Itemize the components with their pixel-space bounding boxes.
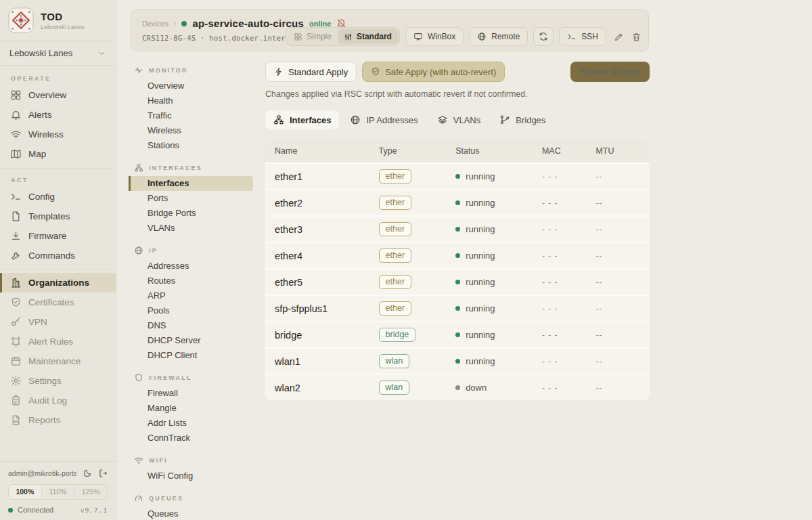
subnav-item-health[interactable]: Health — [129, 93, 253, 108]
terminal-icon — [567, 32, 577, 41]
subnav-item-queues[interactable]: Queues — [129, 506, 253, 520]
subnav-item-overview[interactable]: Overview — [129, 79, 253, 93]
tab-ip-addresses[interactable]: IP Addresses — [342, 110, 426, 129]
subnav-item-mangle[interactable]: Mangle — [129, 401, 253, 416]
subnav-item-arp[interactable]: ARP — [129, 288, 253, 303]
subnav-item-interfaces[interactable]: Interfaces — [129, 176, 253, 191]
theme-moon-icon[interactable] — [83, 469, 92, 478]
sidebar-item-wireless[interactable]: Wireless — [0, 125, 116, 144]
app-sidebar: TOD Lebowski Lanes Lebowski Lanes OPERAT… — [0, 0, 116, 520]
globe-icon — [134, 246, 143, 255]
tab-bridges[interactable]: Bridges — [491, 110, 554, 129]
standard-apply-button[interactable]: Standard Apply — [265, 62, 357, 82]
review-apply-button[interactable]: Review & Apply — [570, 62, 650, 82]
subnav-item-routes[interactable]: Routes — [129, 274, 253, 288]
org-selector[interactable]: Lebowski Lanes — [0, 41, 116, 66]
subnav-item-dhcp-client[interactable]: DHCP Client — [129, 348, 253, 363]
subnav-item-wireless[interactable]: Wireless — [129, 123, 253, 138]
status-label: running — [466, 303, 495, 313]
sidebar-item-templates[interactable]: Templates — [0, 207, 116, 226]
table-row-wlan2[interactable]: wlan2wlandown- - --- — [265, 375, 650, 400]
sidebar-item-settings[interactable]: Settings — [0, 371, 116, 391]
table-row-ether5[interactable]: ether5etherrunning- - --- — [265, 269, 650, 295]
view-mode-simple[interactable]: Simple — [288, 29, 338, 44]
table-row-ether4[interactable]: ether4etherrunning- - --- — [265, 243, 650, 268]
subnav-item-addr-lists[interactable]: Addr Lists — [129, 416, 253, 431]
bell-ring-icon — [10, 336, 22, 347]
interface-name: bridge — [265, 330, 379, 341]
ssh-button[interactable]: SSH — [559, 27, 606, 46]
building-icon — [10, 277, 22, 288]
sidebar-item-alerts[interactable]: Alerts — [0, 105, 116, 125]
subnav-item-addresses[interactable]: Addresses — [129, 259, 253, 274]
column-header-status: Status — [455, 146, 542, 156]
table-row-ether3[interactable]: ether3etherrunning- - --- — [265, 217, 650, 242]
logout-icon[interactable] — [98, 469, 108, 478]
tab-label: Interfaces — [290, 115, 331, 125]
sidebar-divider — [0, 168, 116, 169]
zoom-option-100[interactable]: 100% — [9, 485, 41, 499]
zoom-option-110[interactable]: 110% — [41, 485, 74, 499]
sidebar-item-label: Alert Rules — [28, 337, 73, 347]
subnav-item-dns[interactable]: DNS — [129, 318, 253, 333]
sidebar-item-audit-log[interactable]: Audit Log — [0, 391, 116, 410]
safe-apply-button[interactable]: Safe Apply (with auto-revert) — [362, 62, 505, 82]
sidebar-item-vpn[interactable]: VPN — [0, 312, 116, 332]
table-row-wlan1[interactable]: wlan1wlanrunning- - --- — [265, 349, 650, 374]
interface-type-cell: ether — [379, 301, 456, 316]
subnav-item-conntrack[interactable]: ConnTrack — [129, 431, 253, 446]
subnav-item-wifi-config[interactable]: WiFi Config — [129, 469, 253, 483]
sidebar-item-config[interactable]: Config — [0, 187, 116, 207]
table-row-sfp-sfpplus1[interactable]: sfp-sfpplus1etherrunning- - --- — [265, 296, 650, 321]
subnav-item-traffic[interactable]: Traffic — [129, 108, 253, 123]
shield-check-icon — [371, 67, 380, 77]
subnav-section-label: WIFI — [149, 457, 168, 464]
tab-interfaces[interactable]: Interfaces — [265, 110, 339, 129]
gauge-icon — [134, 494, 143, 503]
zoom-option-125[interactable]: 125% — [74, 485, 107, 499]
subnav-item-firewall[interactable]: Firewall — [129, 386, 253, 401]
winbox-button[interactable]: WinBox — [405, 27, 464, 46]
sidebar-item-map[interactable]: Map — [0, 144, 116, 164]
app-logo-icon — [8, 7, 34, 33]
subnav-section-label: MONITOR — [149, 67, 188, 74]
remote-button[interactable]: Remote — [469, 27, 528, 46]
view-mode-standard[interactable]: Standard — [338, 29, 398, 44]
branch-icon — [499, 114, 510, 125]
subnav-item-dhcp-server[interactable]: DHCP Server — [129, 333, 253, 348]
sidebar-item-certificates[interactable]: Certificates — [0, 292, 116, 312]
status-label: running — [466, 224, 495, 234]
sidebar-item-firmware[interactable]: Firmware — [0, 226, 116, 246]
interface-mac: - - - — [542, 383, 596, 393]
sidebar-item-alert-rules[interactable]: Alert Rules — [0, 332, 116, 351]
sidebar-item-overview[interactable]: Overview — [0, 85, 116, 105]
report-icon — [10, 414, 22, 426]
interface-type-cell: ether — [379, 169, 456, 183]
sidebar-item-label: VPN — [28, 317, 47, 327]
breadcrumb[interactable]: Devices — [142, 20, 168, 28]
interface-name: ether3 — [265, 224, 379, 235]
tab-vlans[interactable]: VLANs — [429, 110, 489, 129]
edit-pencil-icon[interactable] — [614, 32, 624, 42]
bell-icon — [10, 109, 22, 121]
refresh-button[interactable] — [533, 27, 554, 46]
table-body: ether1etherrunning- - ---ether2etherrunn… — [265, 164, 650, 400]
delete-trash-icon[interactable] — [631, 32, 641, 42]
sidebar-item-maintenance[interactable]: Maintenance — [0, 351, 116, 371]
subnav-item-ports[interactable]: Ports — [129, 191, 253, 206]
table-row-ether2[interactable]: ether2etherrunning- - --- — [265, 190, 650, 215]
subnav-item-stations[interactable]: Stations — [129, 138, 253, 153]
sidebar-item-reports[interactable]: Reports — [0, 410, 116, 430]
sidebar-item-organizations[interactable]: Organizations — [0, 273, 116, 292]
device-subnav: MONITOROverviewHealthTrafficWirelessStat… — [116, 62, 265, 520]
sidebar-item-commands[interactable]: Commands — [0, 246, 116, 265]
table-row-bridge[interactable]: bridgebridgerunning- - --- — [265, 322, 650, 347]
type-badge: bridge — [379, 328, 416, 342]
subnav-item-bridge-ports[interactable]: Bridge Ports — [129, 206, 253, 221]
interface-mtu: -- — [595, 172, 650, 181]
subnav-item-pools[interactable]: Pools — [129, 303, 253, 318]
subnav-item-vlans[interactable]: VLANs — [129, 221, 253, 236]
refresh-icon — [539, 32, 548, 41]
table-row-ether1[interactable]: ether1etherrunning- - --- — [265, 164, 650, 189]
status-dot — [455, 359, 460, 364]
